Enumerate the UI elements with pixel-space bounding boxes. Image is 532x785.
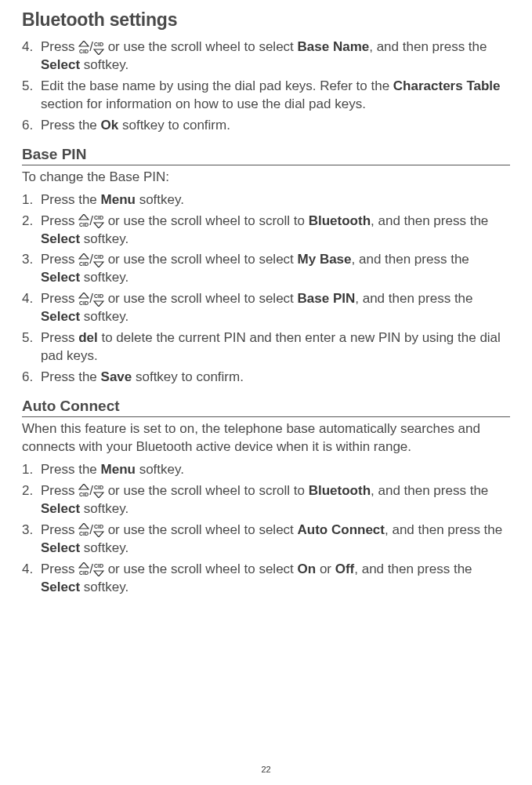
svg-marker-15 <box>94 301 103 307</box>
svg-marker-12 <box>79 293 89 298</box>
svg-text:CID: CID <box>79 261 89 267</box>
section-b-heading: Base PIN <box>22 146 510 165</box>
list-item: 6. Press the Ok softkey to confirm. <box>22 117 510 135</box>
cid-down-icon: CID <box>93 484 104 498</box>
list-item: 2. Press CID/CID or use the scroll wheel… <box>22 213 510 249</box>
svg-marker-20 <box>79 523 89 529</box>
list-item: 4. Press CID/CID or use the scroll wheel… <box>22 38 510 75</box>
list-item: 4. Press CID/CID or use the scroll wheel… <box>22 290 510 326</box>
cid-up-icon: CID <box>78 293 89 307</box>
svg-marker-0 <box>79 41 89 46</box>
cid-down-icon: CID <box>93 253 104 267</box>
cid-down-icon: CID <box>93 562 104 576</box>
svg-text:CID: CID <box>94 524 103 529</box>
section-c-heading: Auto Connect <box>22 398 510 417</box>
svg-marker-16 <box>79 484 89 489</box>
svg-text:CID: CID <box>79 531 89 536</box>
svg-marker-24 <box>79 562 89 568</box>
svg-text:CID: CID <box>94 563 103 569</box>
section-c-list: 1. Press the Menu softkey. 2. Press CID/… <box>22 461 510 597</box>
page-title: Bluetooth settings <box>22 9 510 31</box>
cid-up-icon: CID <box>78 253 89 267</box>
list-item: 1. Press the Menu softkey. <box>22 461 510 479</box>
cid-down-icon: CID <box>93 214 104 228</box>
cid-down-icon: CID <box>93 293 104 307</box>
svg-marker-4 <box>79 214 89 220</box>
cid-up-icon: CID <box>78 523 89 537</box>
cid-up-icon: CID <box>78 484 89 498</box>
section-a-list: 4. Press CID/CID or use the scroll wheel… <box>22 38 510 135</box>
list-item: 5. Edit the base name by using the dial … <box>22 78 510 114</box>
svg-marker-8 <box>79 253 89 259</box>
list-item: 4. Press CID/CID or use the scroll wheel… <box>22 561 510 597</box>
svg-text:CID: CID <box>94 254 103 260</box>
svg-text:CID: CID <box>79 300 89 306</box>
cid-down-icon: CID <box>93 523 104 537</box>
svg-text:CID: CID <box>79 222 89 227</box>
svg-marker-3 <box>94 49 103 55</box>
list-item: 3. Press CID/CID or use the scroll wheel… <box>22 522 510 558</box>
page-number: 22 <box>261 765 270 774</box>
cid-up-icon: CID <box>78 41 89 55</box>
svg-text:CID: CID <box>94 485 103 490</box>
svg-marker-7 <box>94 223 103 228</box>
list-item: 1. Press the Menu softkey. <box>22 191 510 209</box>
section-c-intro: When this feature is set to on, the tele… <box>22 420 510 456</box>
cid-up-icon: CID <box>78 214 89 228</box>
svg-text:CID: CID <box>79 492 89 497</box>
list-item: 3. Press CID/CID or use the scroll wheel… <box>22 251 510 287</box>
svg-text:CID: CID <box>94 42 103 47</box>
svg-marker-27 <box>94 571 103 576</box>
list-item: 5. Press del to delete the current PIN a… <box>22 329 510 365</box>
svg-marker-11 <box>94 262 103 267</box>
svg-text:CID: CID <box>79 49 89 54</box>
section-b-list: 1. Press the Menu softkey. 2. Press CID/… <box>22 191 510 387</box>
svg-text:CID: CID <box>94 215 103 220</box>
svg-text:CID: CID <box>79 570 89 576</box>
section-b-intro: To change the Base PIN: <box>22 169 510 187</box>
list-item: 2. Press CID/CID or use the scroll wheel… <box>22 482 510 518</box>
list-item: 6. Press the Save softkey to confirm. <box>22 369 510 387</box>
svg-marker-19 <box>94 492 103 498</box>
cid-up-icon: CID <box>78 562 89 576</box>
svg-marker-23 <box>94 532 103 537</box>
svg-text:CID: CID <box>94 293 103 299</box>
cid-down-icon: CID <box>93 41 104 55</box>
